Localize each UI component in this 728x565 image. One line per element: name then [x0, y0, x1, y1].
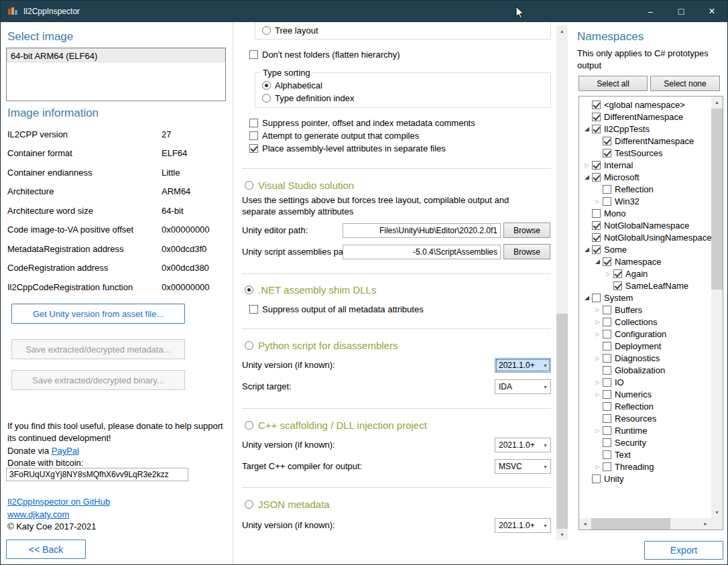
tree-item-notglobalusingnamespace[interactable]: NotGlobalUsingNamespace: [579, 231, 711, 243]
tree-checkbox[interactable]: [603, 185, 611, 194]
tree-item-configuration[interactable]: ▷Configuration: [579, 328, 711, 340]
tree-checkbox[interactable]: [592, 101, 601, 109]
checkbox-suppress-metadata-attributes[interactable]: Suppress output of all metadata attribut…: [249, 304, 424, 314]
browse-script-assemblies-button[interactable]: Browse: [503, 244, 550, 259]
tree-checkbox[interactable]: [603, 390, 611, 399]
back-button[interactable]: << Back: [6, 540, 86, 559]
tree-expander-icon[interactable]: ▷: [593, 319, 603, 325]
options-vertical-scrollbar[interactable]: ▲ ▼: [556, 25, 568, 540]
checkbox-attempt-to-generate-output-that-compiles[interactable]: Attempt to generate output that compiles: [249, 131, 475, 140]
tree-expander-icon[interactable]: ▷: [593, 355, 603, 361]
select-all-button[interactable]: Select all: [579, 76, 648, 91]
tree-item-reflection[interactable]: Reflection: [579, 183, 711, 195]
tree-item-text[interactable]: Text: [579, 448, 711, 460]
tree-item-collections[interactable]: ▷Collections: [579, 316, 711, 328]
tree-item-numerics[interactable]: ▷Numerics: [579, 388, 711, 400]
scroll-left-arrow-icon[interactable]: ◄: [579, 518, 591, 529]
tree-item-unity[interactable]: Unity: [579, 473, 711, 485]
tree-checkbox[interactable]: [613, 281, 622, 290]
tree-checkbox[interactable]: [603, 354, 611, 363]
tree-checkbox[interactable]: [603, 306, 611, 314]
tree-checkbox[interactable]: [603, 318, 611, 326]
tree-horizontal-scrollbar[interactable]: ◄ ►: [579, 518, 711, 529]
tree-item-differentnamespace[interactable]: DifferentNamespace: [579, 135, 711, 147]
checkbox-suppress-pointer-offset-and-index-metadata-comments[interactable]: Suppress pointer, offset and index metad…: [249, 118, 475, 127]
tree-item-il2cpptests[interactable]: ◢Il2CppTests: [579, 123, 711, 135]
tree-item-microsoft[interactable]: ◢Microsoft: [579, 171, 711, 183]
export-button[interactable]: Export: [644, 541, 723, 560]
radio-type-definition-index[interactable]: Type definition index: [262, 93, 550, 103]
tree-checkbox[interactable]: [592, 475, 601, 483]
radio-python-script[interactable]: Python script for disassemblers: [245, 338, 398, 352]
scroll-up-arrow-icon[interactable]: ▲: [556, 25, 568, 37]
tree-checkbox[interactable]: [603, 438, 611, 447]
json-unity-version-select[interactable]: 2021.1.0+ ▼: [495, 518, 551, 533]
tree-expander-icon[interactable]: ◢: [582, 125, 592, 132]
tree-item-buffers[interactable]: ▷Buffers: [579, 304, 711, 316]
tree-checkbox[interactable]: [613, 269, 622, 278]
cpp-compiler-select[interactable]: MSVC ▼: [495, 459, 551, 474]
tree-checkbox[interactable]: [603, 426, 611, 435]
radio-alphabetical[interactable]: Alphabetical: [262, 80, 550, 90]
tree-checkbox[interactable]: [592, 294, 601, 302]
tree-item-security[interactable]: Security: [579, 436, 711, 448]
tree-expander-icon[interactable]: ◢: [593, 258, 603, 265]
image-listbox[interactable]: 64-bit ARM64 (ELF64): [6, 48, 226, 101]
scroll-down-arrow-icon[interactable]: ▼: [556, 529, 568, 540]
scroll-up-arrow-icon[interactable]: ▲: [711, 97, 723, 108]
tree-expander-icon[interactable]: ▷: [582, 162, 592, 168]
tree-item-system[interactable]: ◢System: [579, 292, 711, 304]
tree-item-reflection[interactable]: Reflection: [579, 400, 711, 412]
tree-checkbox[interactable]: [592, 161, 601, 170]
tree-checkbox[interactable]: [603, 414, 611, 423]
tree-item-some[interactable]: ◢Some: [579, 243, 711, 255]
tree-item-sameleafname[interactable]: SameLeafName: [579, 279, 711, 292]
radio-json-metadata[interactable]: JSON metadata: [245, 497, 330, 511]
checkbox-flatten-hierarchy[interactable]: Don't nest folders (flatten hierarchy): [249, 50, 400, 59]
tree-item-differentnamespace[interactable]: DifferentNamespace: [579, 111, 711, 123]
tree-expander-icon[interactable]: ▷: [593, 379, 603, 385]
tree-item-threading[interactable]: ▷Threading: [579, 460, 711, 473]
tree-item-global-namespace[interactable]: <global namespace>: [579, 99, 711, 111]
save-binary-button[interactable]: Save extracted/decrypted binary...: [11, 370, 185, 390]
scrollbar-thumb[interactable]: [711, 109, 723, 290]
unity-script-assemblies-input[interactable]: [343, 245, 501, 259]
tree-checkbox[interactable]: [592, 173, 601, 182]
select-none-button[interactable]: Select none: [650, 76, 720, 91]
tree-checkbox[interactable]: [592, 221, 601, 230]
tree-item-notglobalnamespace[interactable]: NotGlobalNamespace: [579, 219, 711, 231]
scroll-down-arrow-icon[interactable]: ▼: [711, 507, 723, 518]
tree-item-runtime[interactable]: ▷Runtime: [579, 424, 711, 436]
save-metadata-button[interactable]: Save extracted/decrypted metadata...: [11, 339, 185, 359]
paypal-link[interactable]: PayPal: [52, 446, 79, 456]
tree-expander-icon[interactable]: ▷: [603, 271, 613, 277]
get-unity-version-button[interactable]: Get Unity version from asset file...: [11, 304, 185, 324]
tree-expander-icon[interactable]: ◢: [582, 174, 592, 180]
tree-item-win32[interactable]: ▷Win32: [579, 195, 711, 207]
radio-tree-layout[interactable]: Tree layout: [262, 25, 318, 35]
tree-expander-icon[interactable]: ◢: [582, 294, 592, 301]
checkbox-place-assembly-level-attributes-in-separate-files[interactable]: Place assembly-level attributes in separ…: [249, 143, 475, 153]
tree-expander-icon[interactable]: ▷: [593, 391, 603, 397]
image-list-item[interactable]: 64-bit ARM64 (ELF64): [7, 48, 225, 62]
tree-checkbox[interactable]: [603, 342, 611, 351]
tree-checkbox[interactable]: [603, 366, 611, 375]
tree-expander-icon[interactable]: ▷: [593, 331, 603, 337]
tree-checkbox[interactable]: [603, 450, 611, 459]
tree-expander-icon[interactable]: ▷: [593, 307, 603, 313]
tree-checkbox[interactable]: [592, 125, 601, 133]
unity-editor-path-input[interactable]: [343, 223, 501, 238]
browse-unity-editor-path-button[interactable]: Browse: [503, 223, 550, 238]
tree-item-deployment[interactable]: Deployment: [579, 340, 711, 352]
github-link[interactable]: Il2CppInspector on GitHub: [7, 496, 110, 508]
tree-item-diagnostics[interactable]: ▷Diagnostics: [579, 352, 711, 364]
tree-checkbox[interactable]: [603, 462, 611, 471]
maximize-button[interactable]: □: [666, 1, 696, 22]
tree-item-globalization[interactable]: Globalization: [579, 364, 711, 376]
tree-vertical-scrollbar[interactable]: ▲ ▼: [711, 97, 723, 518]
scrollbar-thumb[interactable]: [591, 518, 670, 529]
tree-item-internal[interactable]: ▷Internal: [579, 159, 711, 171]
tree-checkbox[interactable]: [592, 209, 601, 218]
website-link[interactable]: www.djkaty.com: [7, 509, 69, 521]
python-unity-version-select[interactable]: 2021.1.0+ ▼: [495, 358, 551, 373]
